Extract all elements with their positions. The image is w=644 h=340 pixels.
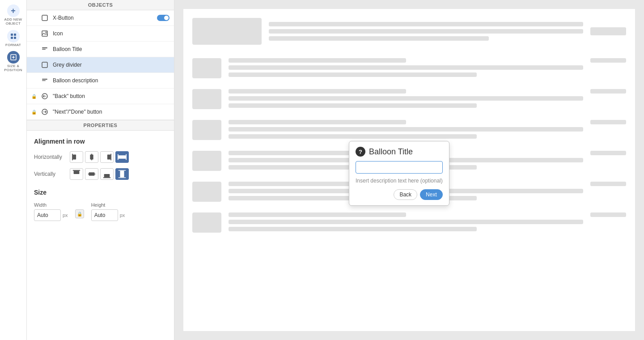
- sk-lines: [229, 212, 583, 231]
- add-new-object-button[interactable]: + ADD NEW OBJECT: [3, 4, 24, 26]
- sk-line: [229, 89, 406, 94]
- sk-line: [229, 58, 406, 63]
- balloon-next-button[interactable]: Next: [420, 189, 443, 200]
- svg-rect-13: [42, 79, 47, 80]
- sk-line: [229, 220, 583, 224]
- back-button-type-icon: [40, 92, 49, 101]
- svg-rect-11: [42, 49, 46, 50]
- top-skeleton-row: [192, 18, 626, 45]
- sk-side: [590, 182, 626, 186]
- objects-header: OBJECTS: [27, 0, 174, 10]
- height-field: Height px: [91, 202, 125, 221]
- add-new-label: ADD NEW OBJECT: [3, 18, 24, 26]
- sk-line: [229, 134, 477, 139]
- icon-type-icon: [40, 29, 49, 38]
- vertically-row: Vertically: [34, 168, 167, 180]
- horizontal-alignment-options: [70, 151, 129, 163]
- next-lock-icon: 🔒: [31, 110, 37, 115]
- svg-rect-31: [104, 174, 110, 177]
- height-input-group: px: [91, 209, 125, 221]
- object-item-icon[interactable]: Icon: [27, 26, 174, 42]
- sk-lines: [229, 58, 583, 77]
- object-item-balloon-title[interactable]: Balloon Title: [27, 42, 174, 57]
- canvas-content: ? Balloon Title Insert description text …: [183, 9, 635, 331]
- sk-side: [590, 212, 626, 217]
- object-item-back-button[interactable]: 🔒 "Back" button: [27, 89, 174, 104]
- svg-rect-7: [42, 15, 47, 21]
- svg-rect-27: [74, 171, 80, 174]
- back-lock-icon: 🔒: [31, 94, 37, 99]
- balloon-back-button[interactable]: Back: [394, 189, 417, 200]
- main-canvas: ? Balloon Title Insert description text …: [174, 0, 644, 340]
- align-h-left-button[interactable]: [70, 151, 83, 163]
- width-input[interactable]: [34, 209, 61, 221]
- sk-line: [269, 22, 583, 26]
- height-label: Height: [91, 202, 125, 208]
- size-title: Size: [34, 189, 167, 196]
- balloon-input-area[interactable]: [356, 161, 443, 174]
- top-thumb: [192, 18, 262, 45]
- align-v-stretch-button[interactable]: [115, 168, 129, 180]
- skeleton-row-2: [192, 89, 626, 109]
- skeleton-row-3: [192, 120, 626, 140]
- sk-line: [229, 120, 406, 124]
- width-field: Width px: [34, 202, 68, 221]
- x-button-toggle[interactable]: [157, 15, 169, 21]
- svg-point-9: [46, 32, 47, 33]
- size-section: Size Width px 🔒 Height: [34, 189, 167, 221]
- balloon-tooltip: ? Balloon Title Insert description text …: [349, 141, 449, 206]
- object-item-next-done-button[interactable]: 🔒 "Next"/"Done" button: [27, 104, 174, 120]
- properties-header: PROPERTIES: [27, 120, 174, 131]
- size-row: Width px 🔒 Height px: [34, 202, 167, 221]
- size-position-button[interactable]: SIZE &POSITION: [3, 51, 24, 72]
- align-h-right-button[interactable]: [100, 151, 114, 163]
- object-item-grey-divider[interactable]: Grey divider: [27, 57, 174, 73]
- height-input[interactable]: [91, 209, 118, 221]
- vertical-alignment-options: [70, 168, 129, 180]
- svg-rect-3: [14, 37, 16, 39]
- align-v-middle-button[interactable]: [85, 168, 98, 180]
- sk-thumb: [192, 182, 221, 202]
- sk-line: [229, 96, 583, 101]
- svg-rect-17: [73, 155, 76, 160]
- sk-side: [590, 151, 626, 155]
- next-done-type-icon: [40, 107, 49, 116]
- object-item-balloon-description[interactable]: Balloon description: [27, 73, 174, 89]
- sk-line: [229, 227, 477, 231]
- sk-thumb: [192, 212, 221, 233]
- size-lock-button[interactable]: 🔒: [75, 209, 84, 218]
- align-v-top-button[interactable]: [70, 168, 83, 180]
- sk-thumb: [192, 120, 221, 140]
- balloon-title-name: Balloon Title: [53, 46, 169, 52]
- sk-line: [269, 29, 583, 34]
- balloon-description: Insert description text here (optional): [356, 177, 443, 185]
- svg-rect-21: [107, 155, 110, 160]
- sk-line: [229, 72, 477, 77]
- skeleton-row-1: [192, 58, 626, 78]
- next-done-button-name: "Next"/"Done" button: [53, 109, 169, 115]
- left-sidebar: + ADD NEW OBJECT FORMAT SIZE &POSITION: [0, 0, 27, 340]
- svg-rect-12: [42, 62, 47, 68]
- grey-divider-type-icon: [40, 60, 49, 69]
- sk-line: [229, 212, 406, 217]
- top-lines: [269, 22, 583, 41]
- balloon-title-type-icon: [40, 45, 49, 54]
- object-item-x-button[interactable]: X-Button: [27, 10, 174, 26]
- align-h-center-button[interactable]: [85, 151, 98, 163]
- balloon-actions: Back Next: [356, 189, 443, 200]
- sk-thumb: [192, 151, 221, 171]
- x-button-name: X-Button: [53, 15, 153, 21]
- objects-list: X-Button Icon Balloon Title Grey divider: [27, 10, 174, 120]
- sk-side: [590, 89, 626, 94]
- format-button[interactable]: FORMAT: [3, 28, 24, 49]
- width-input-group: px: [34, 209, 68, 221]
- sk-line: [269, 36, 489, 41]
- svg-rect-2: [11, 37, 13, 39]
- size-position-icon: [7, 51, 20, 64]
- horizontally-label: Horizontally: [34, 154, 65, 160]
- align-h-stretch-button[interactable]: [115, 151, 129, 163]
- format-label: FORMAT: [5, 43, 21, 47]
- width-label: Width: [34, 202, 68, 208]
- align-v-bottom-button[interactable]: [100, 168, 114, 180]
- alignment-title: Alignment in row: [34, 138, 167, 145]
